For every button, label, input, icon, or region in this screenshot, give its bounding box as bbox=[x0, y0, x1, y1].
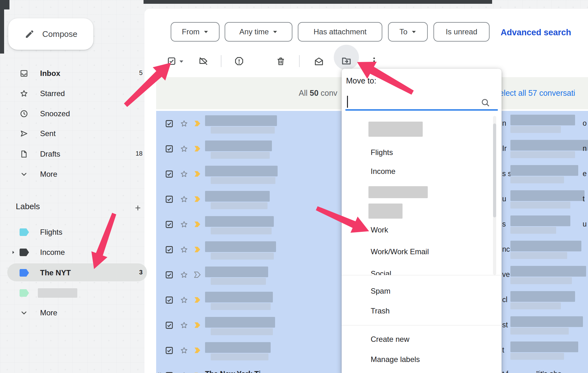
star-icon[interactable] bbox=[180, 145, 188, 153]
importance-marker-icon[interactable] bbox=[194, 196, 202, 203]
star-icon[interactable] bbox=[180, 170, 188, 178]
sidebar-label-blurred[interactable] bbox=[0, 284, 144, 302]
filter-chip-label: Has attachment bbox=[314, 27, 367, 36]
gmail-screenshot: { "colors":{"accent_blue":"#1a73e8","sel… bbox=[0, 0, 588, 373]
sidebar-labels-more[interactable]: More bbox=[0, 303, 144, 322]
drag-handle-icon[interactable] bbox=[157, 371, 162, 373]
filter-chip-to[interactable]: To bbox=[388, 22, 428, 42]
clipped-text-fragment: nc bbox=[502, 245, 510, 254]
remove-label-icon[interactable] bbox=[198, 56, 209, 66]
importance-marker-icon[interactable] bbox=[194, 271, 202, 278]
clipped-text-fragment: o bbox=[583, 119, 587, 128]
label-tag-icon bbox=[20, 228, 29, 236]
importance-marker-icon[interactable] bbox=[194, 145, 202, 152]
star-icon[interactable] bbox=[180, 321, 188, 330]
popup-label-option-income[interactable]: Income bbox=[371, 167, 396, 176]
row-checkbox[interactable] bbox=[165, 271, 173, 279]
star-icon[interactable] bbox=[180, 296, 188, 304]
delete-trash-icon[interactable] bbox=[276, 56, 286, 66]
clipped-text-fragment: Ir bbox=[502, 144, 507, 153]
importance-marker-icon[interactable] bbox=[194, 120, 202, 127]
importance-marker-icon[interactable] bbox=[194, 221, 202, 228]
row-checkbox[interactable] bbox=[165, 170, 173, 178]
select-dropdown-caret-icon[interactable] bbox=[179, 59, 184, 64]
star-icon[interactable] bbox=[180, 271, 188, 279]
row-checkbox[interactable] bbox=[165, 346, 173, 355]
label-tag-icon bbox=[20, 269, 29, 277]
popup-divider bbox=[342, 275, 502, 275]
report-spam-icon[interactable] bbox=[234, 56, 244, 66]
blurred-snippet bbox=[510, 227, 556, 234]
sidebar-label-flights[interactable]: Flights bbox=[0, 223, 144, 242]
move-to-popup: Move to: FlightsIncomeWorkWork/Work Emai… bbox=[342, 69, 502, 373]
row-checkbox[interactable] bbox=[165, 296, 173, 304]
row-checkbox[interactable] bbox=[165, 245, 173, 254]
sidebar-label-count: 3 bbox=[123, 269, 143, 276]
importance-marker-icon[interactable] bbox=[194, 296, 202, 303]
popup-scrollbar-thumb[interactable] bbox=[493, 123, 496, 217]
popup-label-option-work[interactable]: Work bbox=[371, 226, 388, 234]
sidebar-item-drafts[interactable]: Drafts18 bbox=[0, 145, 144, 164]
filter-chip-has-attachment[interactable]: Has attachment bbox=[298, 22, 382, 42]
star-icon[interactable] bbox=[180, 346, 188, 355]
row-checkbox[interactable] bbox=[165, 321, 173, 330]
blurred-sender bbox=[205, 241, 276, 252]
star-icon[interactable] bbox=[180, 220, 188, 229]
blurred-snippet bbox=[510, 202, 570, 209]
popup-option-spam[interactable]: Spam bbox=[371, 287, 391, 296]
blurred-label-option[interactable] bbox=[368, 122, 423, 137]
expand-label-icon[interactable] bbox=[10, 250, 16, 255]
advanced-search-link[interactable]: Advanced search bbox=[501, 28, 571, 37]
row-checkbox[interactable] bbox=[165, 145, 173, 153]
sidebar-item-sent[interactable]: Sent bbox=[0, 124, 144, 143]
blurred-sender bbox=[205, 216, 274, 227]
compose-button[interactable]: Compose bbox=[8, 18, 93, 50]
popup-title: Move to: bbox=[346, 76, 376, 85]
sidebar-item-snoozed[interactable]: Snoozed bbox=[0, 104, 144, 123]
blurred-label-option[interactable] bbox=[368, 204, 403, 219]
star-icon[interactable] bbox=[180, 119, 188, 128]
search-icon[interactable] bbox=[480, 98, 491, 108]
popup-option-create-new[interactable]: Create new bbox=[371, 335, 409, 344]
filter-chip-is-unread[interactable]: Is unread bbox=[433, 22, 490, 42]
star-icon[interactable] bbox=[180, 195, 188, 204]
sidebar-label-name: Income bbox=[40, 248, 65, 257]
mark-as-read-envelope-icon[interactable] bbox=[314, 56, 324, 66]
popup-label-option-social[interactable]: Social bbox=[371, 269, 391, 275]
select-all-checkbox[interactable] bbox=[167, 57, 176, 66]
importance-marker-icon[interactable] bbox=[194, 322, 202, 329]
popup-label-option-work-work-email[interactable]: Work/Work Email bbox=[371, 247, 429, 256]
more-options-icon[interactable] bbox=[372, 56, 377, 66]
row-checkbox[interactable] bbox=[165, 220, 173, 229]
sidebar-item-count: 18 bbox=[123, 150, 143, 157]
sidebar-item-inbox[interactable]: Inbox5 bbox=[0, 64, 144, 83]
importance-marker-icon[interactable] bbox=[194, 347, 202, 354]
sidebar-label-the-nyt[interactable]: The NYT3 bbox=[0, 263, 144, 282]
toolbar-divider bbox=[299, 55, 300, 67]
star-icon[interactable] bbox=[180, 245, 188, 254]
search-input-underline bbox=[345, 109, 498, 111]
sidebar-item-more[interactable]: More bbox=[0, 165, 144, 184]
add-label-plus-icon[interactable] bbox=[134, 204, 142, 212]
star-icon[interactable] bbox=[180, 371, 188, 373]
filter-chip-from[interactable]: From bbox=[171, 22, 220, 42]
popup-label-option-flights[interactable]: Flights bbox=[371, 148, 393, 157]
popup-option-manage-labels[interactable]: Manage labels bbox=[371, 355, 420, 364]
popup-option-trash[interactable]: Trash bbox=[371, 307, 390, 315]
label-search-input[interactable] bbox=[345, 94, 498, 110]
sidebar-item-starred[interactable]: Starred bbox=[0, 84, 144, 103]
blurred-snippet bbox=[211, 127, 275, 134]
importance-marker-icon[interactable] bbox=[194, 246, 202, 253]
row-checkbox[interactable] bbox=[165, 195, 173, 204]
row-checkbox[interactable] bbox=[165, 371, 173, 373]
sidebar-label-income[interactable]: Income bbox=[0, 243, 144, 262]
importance-marker-icon[interactable] bbox=[194, 170, 202, 177]
select-all-conversations-link[interactable]: elect all 57 conversati bbox=[499, 89, 575, 98]
blurred-label-option[interactable] bbox=[368, 186, 428, 198]
move-to-folder-icon[interactable] bbox=[341, 55, 352, 66]
filter-chip-any-time[interactable]: Any time bbox=[225, 22, 292, 42]
row-checkbox[interactable] bbox=[165, 119, 173, 128]
sidebar-item-count: 5 bbox=[123, 69, 143, 77]
clipped-text-fragment: s bbox=[502, 220, 506, 228]
clipped-text-fragment: n bbox=[502, 119, 506, 128]
